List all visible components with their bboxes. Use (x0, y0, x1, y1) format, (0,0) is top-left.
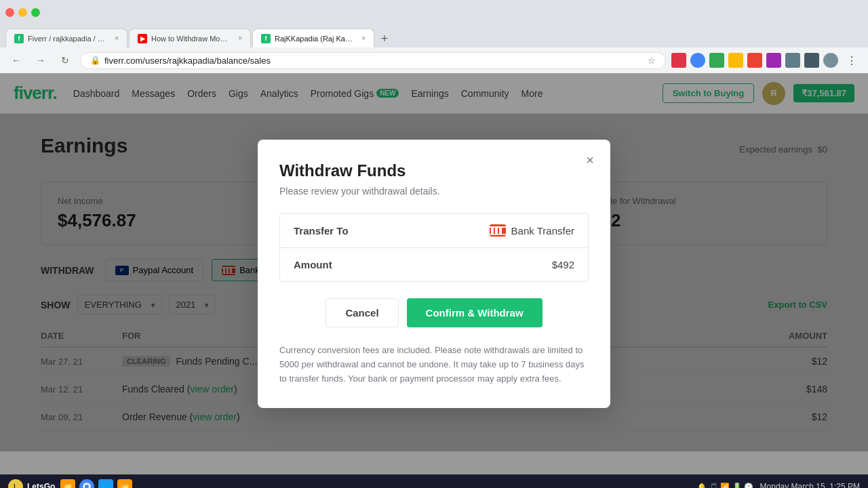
tab-1-label: Fiverr / rajkkapadia / Reven... (28, 35, 108, 43)
extensions-icon-4[interactable] (728, 53, 743, 68)
taskbar-app-icons: 📁 🌐 📂 (60, 479, 132, 488)
letsgo-label: LetsGo (27, 482, 55, 488)
bank-transfer-icon (490, 224, 506, 237)
star-icon[interactable]: ☆ (648, 56, 656, 66)
back-button[interactable]: ← (7, 51, 26, 70)
toolbar-icons: ⋮ (671, 51, 861, 70)
forward-button[interactable]: → (31, 51, 50, 70)
close-window-button[interactable] (5, 8, 14, 17)
new-tab-button[interactable]: + (376, 30, 393, 47)
modal-subtitle: Please review your withdrawal details. (279, 186, 589, 197)
browser-titlebar (0, 0, 868, 24)
tab-3-label: RajKKapadia (Raj Kapadia) (275, 35, 355, 43)
modal-disclaimer: Currency conversion fees are included. P… (279, 344, 589, 386)
tabs-bar: f Fiverr / rajkkapadia / Reven... × ▶ Ho… (0, 24, 868, 47)
svg-rect-7 (491, 228, 494, 234)
amount-label: Amount (294, 259, 332, 270)
profile-icon[interactable] (823, 53, 838, 68)
tab-1-close[interactable]: × (115, 35, 119, 42)
modal-actions: Cancel Confirm & Withdraw (279, 298, 589, 327)
modal-close-button[interactable]: × (580, 150, 599, 169)
modal-overlay: × Withdraw Funds Please review your with… (0, 73, 868, 474)
browser-toolbar: ← → ↻ 🔒 fiverr.com/users/rajkkapadia/bal… (0, 47, 868, 73)
url-text: fiverr.com/users/rajkkapadia/balance/sal… (104, 56, 644, 66)
browser-tab-2[interactable]: ▶ How to Withdraw Money fro... × (129, 28, 251, 47)
browser-tab-1[interactable]: f Fiverr / rajkkapadia / Reven... × (5, 28, 127, 47)
letsgo-icon: L (8, 479, 23, 488)
extensions-icon-5[interactable] (747, 53, 762, 68)
taskbar-letsgo[interactable]: L LetsGo (8, 479, 55, 488)
more-options-button[interactable]: ⋮ (842, 51, 861, 70)
transfer-to-value: Bank Transfer (490, 224, 574, 237)
tab-2-label: How to Withdraw Money fro... (151, 35, 231, 43)
browser-chrome: f Fiverr / rajkkapadia / Reven... × ▶ Ho… (0, 0, 868, 73)
taskbar-right: 🔔 🎵 📶 🔋 🕐 Monday March 15, 1:25 PM (697, 482, 860, 488)
maximize-window-button[interactable] (31, 8, 40, 17)
address-bar[interactable]: 🔒 fiverr.com/users/rajkkapadia/balance/s… (80, 52, 666, 69)
extensions-icon-1[interactable] (671, 53, 686, 68)
taskbar-time: Monday March 15, 1:25 PM (760, 482, 860, 488)
transfer-to-label: Transfer To (294, 225, 349, 237)
extensions-icon-3[interactable] (709, 53, 724, 68)
svg-rect-11 (490, 234, 506, 235)
reload-button[interactable]: ↻ (56, 51, 75, 70)
taskbar: L LetsGo 📁 🌐 📂 🔔 🎵 📶 🔋 🕐 Monday March 15… (0, 474, 868, 488)
withdraw-funds-modal: × Withdraw Funds Please review your with… (258, 140, 610, 407)
svg-rect-8 (495, 228, 498, 234)
svg-rect-9 (499, 228, 502, 234)
modal-title: Withdraw Funds (279, 161, 589, 180)
extensions-icon-2[interactable] (690, 53, 705, 68)
taskbar-browser-icon[interactable]: 🌐 (98, 479, 113, 488)
transfer-to-row: Transfer To Bank Transfer (280, 214, 588, 248)
extensions-icon-7[interactable] (785, 53, 800, 68)
cancel-button[interactable]: Cancel (326, 298, 398, 327)
browser-tab-3[interactable]: f RajKKapadia (Raj Kapadia) × (252, 28, 374, 47)
tab-2-close[interactable]: × (238, 35, 242, 42)
withdrawal-details-table: Transfer To Bank Transfer (279, 213, 589, 282)
extensions-icon-6[interactable] (766, 53, 781, 68)
taskbar-folder-icon[interactable]: 📂 (117, 479, 132, 488)
tab-3-close[interactable]: × (361, 35, 366, 42)
amount-row: Amount $492 (280, 248, 588, 281)
lock-icon: 🔒 (90, 56, 100, 65)
extensions-icon-8[interactable] (804, 53, 819, 68)
taskbar-files-icon[interactable]: 📁 (60, 479, 75, 488)
svg-rect-10 (490, 226, 506, 228)
amount-value: $492 (552, 259, 574, 270)
minimize-window-button[interactable] (18, 8, 27, 17)
page-content: fiverr. Dashboard Messages Orders Gigs A… (0, 73, 868, 474)
window-controls (5, 8, 40, 17)
taskbar-system-icons: 🔔 🎵 📶 🔋 🕐 (697, 483, 753, 489)
taskbar-chrome-icon[interactable] (79, 479, 94, 488)
confirm-withdraw-button[interactable]: Confirm & Withdraw (407, 298, 542, 327)
